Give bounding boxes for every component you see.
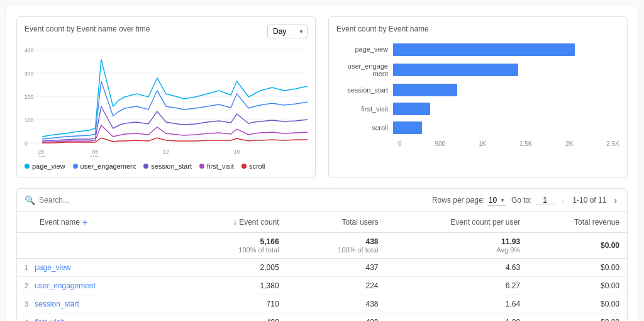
- bar-chart-axis: 0 500 1K 1.5K 2K 2.5K: [336, 140, 619, 147]
- event-name-link-2[interactable]: user_engagement: [35, 281, 96, 290]
- totals-revenue-cell: $0.00: [528, 233, 627, 259]
- time-period-select[interactable]: Day Week Month: [267, 25, 308, 38]
- bar-row-page-view: page_view: [336, 43, 619, 56]
- bar-fill-page-view: [393, 43, 575, 56]
- totals-row: 5,166 100% of total 438 100% of total 11…: [17, 233, 627, 259]
- search-icon: 🔍: [25, 195, 35, 205]
- bar-fill-scroll: [393, 121, 422, 134]
- per-user-3: 1.64: [386, 295, 528, 313]
- svg-text:100: 100: [25, 117, 33, 123]
- row-num-1: 1: [25, 264, 28, 271]
- revenue-3: $0.00: [528, 295, 627, 313]
- event-name-link-4[interactable]: first_visit: [35, 318, 64, 321]
- total-users-2: 224: [287, 277, 386, 295]
- svg-text:May: May: [91, 154, 101, 157]
- goto-control: Go to:: [511, 196, 555, 205]
- prev-page-button[interactable]: ‹: [560, 194, 568, 206]
- bar-label-page-view: page_view: [336, 45, 393, 54]
- row-num-2: 2: [25, 282, 28, 290]
- th-total-users: Total users: [287, 212, 386, 233]
- bar-chart: page_view user_engagement session_start: [336, 38, 619, 152]
- bar-label-session-start: session_start: [336, 86, 393, 94]
- per-user-2: 6.27: [386, 277, 528, 295]
- svg-text:Apr: Apr: [37, 154, 45, 157]
- row-num-4: 4: [25, 318, 28, 321]
- legend-label-user-engagement: user_engagement: [80, 162, 136, 170]
- totals-per-user-cell: 11.93 Avg 0%: [386, 233, 528, 259]
- search-input[interactable]: [39, 196, 165, 205]
- th-event-count-per-user: Event count per user: [386, 212, 528, 233]
- bar-label-first-visit: first_visit: [336, 105, 393, 113]
- event-name-link-3[interactable]: session_start: [35, 300, 79, 308]
- bar-chart-title: Event count by Event name: [336, 25, 619, 33]
- totals-total-users-cell: 438 100% of total: [287, 233, 386, 259]
- totals-event-name-cell: [17, 233, 173, 259]
- data-table-container: 🔍 Rows per page: 10 25 50 Go to:: [16, 188, 628, 321]
- revenue-2: $0.00: [528, 277, 627, 295]
- legend-dot-session-start: [143, 164, 148, 169]
- event-name-link-1[interactable]: page_view: [35, 263, 70, 272]
- event-count-4: 408: [173, 313, 286, 322]
- legend-label-page-view: page_view: [32, 162, 65, 170]
- table-toolbar: 🔍 Rows per page: 10 25 50 Go to:: [17, 189, 627, 212]
- bar-fill-user-engagement: [393, 64, 518, 76]
- table-row: 1 page_view 2,005 437 4.63 $0.00: [17, 259, 627, 277]
- bar-row-user-engagement: user_engagement: [336, 62, 619, 77]
- svg-text:19: 19: [234, 149, 240, 155]
- per-user-4: 1.00: [386, 313, 528, 322]
- data-table: Event name + ↓ Event count Total users E…: [17, 212, 627, 321]
- total-users-3: 438: [287, 295, 386, 313]
- th-event-name-label: Event name: [40, 218, 80, 227]
- search-area: 🔍: [25, 195, 165, 205]
- page-info: 1-10 of 11: [572, 196, 606, 205]
- total-users-4: 408: [287, 313, 386, 322]
- line-chart: 400 300 200 100 0 28 Apr 05 May 12 19: [25, 43, 308, 157]
- next-page-button[interactable]: ›: [611, 194, 619, 206]
- event-count-2: 1,380: [173, 277, 286, 295]
- th-event-count: ↓ Event count: [173, 212, 286, 233]
- rows-per-page-label: Rows per page:: [432, 196, 485, 205]
- legend-item-session-start: session_start: [143, 162, 192, 170]
- table-row: 3 session_start 710 438 1.64 $0.00: [17, 295, 627, 313]
- add-column-button[interactable]: +: [82, 217, 87, 227]
- legend-item-first-visit: first_visit: [199, 162, 234, 170]
- pagination-controls: Rows per page: 10 25 50 Go to: ‹ 1-10 of…: [432, 194, 619, 206]
- legend-label-scroll: scroll: [249, 162, 265, 170]
- bar-fill-session-start: [393, 84, 457, 96]
- legend-label-session-start: session_start: [151, 162, 192, 170]
- bar-row-scroll: scroll: [336, 121, 619, 134]
- svg-text:300: 300: [25, 70, 33, 77]
- legend-dot-page-view: [25, 164, 30, 169]
- svg-text:0: 0: [25, 140, 28, 147]
- revenue-4: $0.00: [528, 313, 627, 322]
- svg-text:400: 400: [25, 47, 33, 54]
- event-count-3: 710: [173, 295, 286, 313]
- svg-text:12: 12: [163, 149, 169, 155]
- bar-row-first-visit: first_visit: [336, 103, 619, 115]
- table-row: 2 user_engagement 1,380 224 6.27 $0.00: [17, 277, 627, 295]
- totals-event-count-cell: 5,166 100% of total: [173, 233, 286, 259]
- table-row: 4 first_visit 408 408 1.00 $0.00: [17, 313, 627, 322]
- bar-label-scroll: scroll: [336, 124, 393, 132]
- svg-text:200: 200: [25, 94, 33, 100]
- event-count-1: 2,005: [173, 259, 286, 277]
- bar-fill-first-visit: [393, 103, 430, 115]
- legend-dot-first-visit: [199, 164, 204, 169]
- goto-input[interactable]: [536, 196, 555, 205]
- legend-dot-user-engagement: [73, 164, 78, 169]
- chart-legend: page_view user_engagement session_start …: [25, 162, 308, 170]
- th-total-revenue: Total revenue: [528, 212, 627, 233]
- rows-per-page-select[interactable]: 10 25 50: [487, 195, 506, 206]
- legend-item-scroll: scroll: [242, 162, 265, 170]
- legend-dot-scroll: [242, 164, 247, 169]
- legend-item-page-view: page_view: [25, 162, 65, 170]
- legend-item-user-engagement: user_engagement: [73, 162, 136, 170]
- goto-label: Go to:: [511, 196, 532, 205]
- line-chart-title: Event count by Event name over time: [25, 25, 150, 33]
- per-user-1: 4.63: [386, 259, 528, 277]
- th-event-name: Event name +: [17, 212, 173, 233]
- bar-label-user-engagement: user_engagement: [336, 62, 393, 77]
- bar-row-session-start: session_start: [336, 84, 619, 96]
- row-num-3: 3: [25, 300, 28, 308]
- total-users-1: 437: [287, 259, 386, 277]
